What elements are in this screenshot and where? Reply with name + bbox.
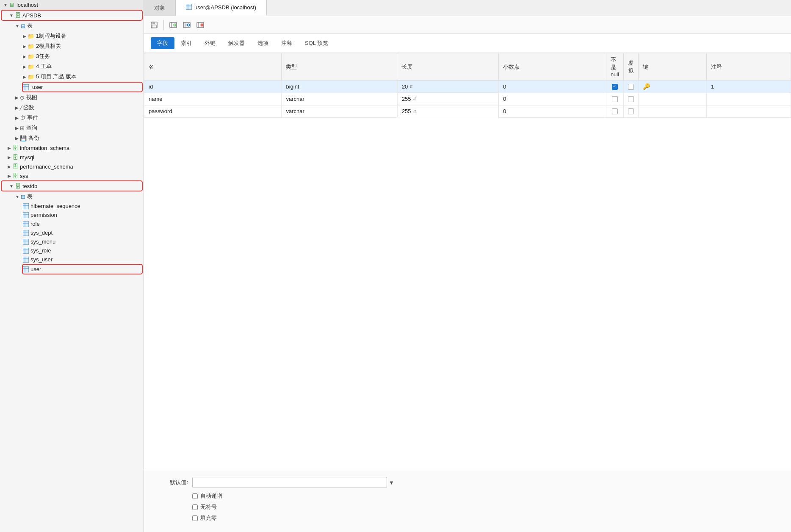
tab-foreign-key[interactable]: 外键	[198, 37, 222, 49]
svg-rect-24	[23, 266, 29, 272]
cell-length[interactable]: 255⇵	[397, 93, 498, 105]
sidebar-table-sys-role[interactable]: sys_role	[0, 246, 144, 255]
unsigned-label: 无符号	[200, 503, 217, 511]
auto-increment-checkbox[interactable]	[192, 493, 198, 499]
cell-not-null[interactable]	[606, 105, 623, 117]
cell-virtual[interactable]	[624, 105, 639, 117]
sidebar-table-hibernate[interactable]: hibernate_sequence	[0, 202, 144, 211]
folder-3[interactable]: 📁 3任务	[0, 51, 144, 61]
sidebar-tables-apsdb[interactable]: ⊞ 表	[0, 21, 144, 31]
sidebar-table-user-testdb[interactable]: user	[23, 265, 142, 274]
sidebar-events[interactable]: ⏱ 事件	[0, 113, 144, 123]
toolbar-sep-1	[163, 20, 164, 30]
add-field-button[interactable]	[167, 19, 179, 31]
save-button[interactable]	[148, 19, 160, 31]
sidebar-table-permission[interactable]: permission	[0, 211, 144, 219]
tab-fields[interactable]: 字段	[151, 37, 174, 49]
folder-1-label: 1制程与设备	[36, 32, 66, 40]
sidebar-db-sys[interactable]: 🗄 sys	[0, 171, 144, 180]
sidebar-db-information-schema[interactable]: 🗄 information_schema	[0, 143, 144, 152]
delete-field-button[interactable]	[194, 19, 206, 31]
tab-options[interactable]: 选项	[251, 37, 275, 49]
functions-arrow	[15, 105, 19, 110]
sidebar-db-testdb[interactable]: 🗄 testdb	[2, 181, 142, 191]
cell-length[interactable]: 255⇵	[397, 105, 498, 117]
not-null-checkbox[interactable]	[612, 96, 618, 102]
fill-zero-row: 填充零	[154, 514, 781, 522]
sidebar-db-apsdb[interactable]: 🗄 APSDB	[2, 11, 142, 20]
not-null-checkbox[interactable]	[612, 108, 618, 114]
unsigned-checkbox[interactable]	[192, 504, 198, 510]
tab-trigger[interactable]: 触发器	[222, 37, 251, 49]
insert-field-button[interactable]	[181, 19, 193, 31]
sidebar-table-role[interactable]: role	[0, 219, 144, 228]
cell-virtual[interactable]	[624, 80, 639, 93]
sidebar-backup[interactable]: 💾 备份	[0, 133, 144, 143]
folder-2[interactable]: 📁 2模具相关	[0, 41, 144, 51]
not-null-checkbox[interactable]	[612, 84, 618, 90]
sidebar-functions[interactable]: 𝑓 函数	[0, 103, 144, 113]
sidebar-db-mysql[interactable]: 🗄 mysql	[0, 152, 144, 162]
virtual-checkbox[interactable]	[628, 96, 634, 102]
table-row[interactable]: passwordvarchar255⇵0	[144, 105, 791, 117]
table-row[interactable]: namevarchar255⇵0	[144, 93, 791, 105]
auto-increment-row: 自动递增	[154, 492, 781, 500]
sys-menu-label: sys_menu	[30, 238, 55, 245]
cell-type[interactable]: varchar	[282, 105, 397, 117]
folder-5-arrow	[23, 75, 26, 79]
cell-comment: 1	[707, 80, 791, 93]
role-label: role	[30, 221, 40, 227]
folder-1[interactable]: 📁 1制程与设备	[0, 31, 144, 41]
dropdown-arrow[interactable]: ▼	[389, 479, 394, 486]
folder-5-label: 5 项目 产品 版本	[36, 73, 77, 80]
col-header-key: 键	[639, 53, 707, 80]
tab-fields-label: 字段	[157, 40, 168, 46]
virtual-checkbox[interactable]	[628, 108, 634, 114]
cell-name[interactable]: password	[144, 105, 282, 117]
fill-zero-checkbox[interactable]	[192, 515, 198, 521]
db-icon-info: 🗄	[12, 144, 18, 151]
tab-user-table[interactable]: user@APSDB (localhost)	[176, 0, 267, 16]
cell-virtual[interactable]	[624, 93, 639, 105]
server-header[interactable]: 🖥 localhost	[0, 0, 144, 10]
sidebar-views[interactable]: ⊙ 视图	[0, 92, 144, 103]
table-row[interactable]: idbigint20⇵0🔑1	[144, 80, 791, 93]
sidebar-table-sys-user[interactable]: sys_user	[0, 255, 144, 264]
length-sort-arrows[interactable]: ⇵	[409, 84, 413, 89]
sys-user-label: sys_user	[30, 256, 53, 263]
cell-type[interactable]: varchar	[282, 93, 397, 105]
sys-dept-label: sys_dept	[30, 230, 53, 236]
sidebar-table-sys-menu[interactable]: sys_menu	[0, 237, 144, 246]
length-sort-arrows[interactable]: ⇵	[413, 109, 416, 114]
folder-4-icon: 📁	[28, 64, 34, 70]
events-icon: ⏱	[20, 115, 25, 121]
tab-index-label: 索引	[181, 40, 192, 46]
tab-index[interactable]: 索引	[174, 37, 198, 49]
sidebar-table-sys-dept[interactable]: sys_dept	[0, 228, 144, 237]
tables-arrow	[15, 24, 19, 28]
cell-type[interactable]: bigint	[282, 80, 397, 93]
tab-objects[interactable]: 对象	[144, 0, 176, 16]
sidebar-tables-testdb[interactable]: ⊞ 表	[0, 191, 144, 202]
folder-5[interactable]: 📁 5 项目 产品 版本	[0, 72, 144, 82]
cell-length[interactable]: 20⇵	[397, 80, 498, 93]
folder-4[interactable]: 📁 4 工单	[0, 61, 144, 72]
sidebar-table-user-apsdb[interactable]: user	[23, 83, 142, 91]
cell-not-null[interactable]	[606, 80, 623, 93]
tab-bar: 对象 user@APSDB (localhost)	[144, 0, 791, 16]
tab-comment-label: 注释	[281, 40, 292, 46]
cell-not-null[interactable]	[606, 93, 623, 105]
default-value-input[interactable]	[192, 477, 387, 488]
sidebar-db-performance[interactable]: 🗄 performance_schema	[0, 162, 144, 171]
virtual-checkbox[interactable]	[628, 84, 634, 90]
folder-1-arrow	[23, 34, 26, 39]
tab-sql-preview[interactable]: SQL 预览	[299, 37, 335, 49]
length-sort-arrows[interactable]: ⇵	[413, 97, 416, 101]
cell-name[interactable]: id	[144, 80, 282, 93]
sidebar-queries[interactable]: ⊞ 查询	[0, 123, 144, 133]
cell-name[interactable]: name	[144, 93, 282, 105]
tables-label: 表	[27, 22, 33, 30]
folder-5-icon: 📁	[28, 74, 34, 80]
tab-comment[interactable]: 注释	[275, 37, 299, 49]
apsdb-label: APSDB	[22, 12, 41, 19]
